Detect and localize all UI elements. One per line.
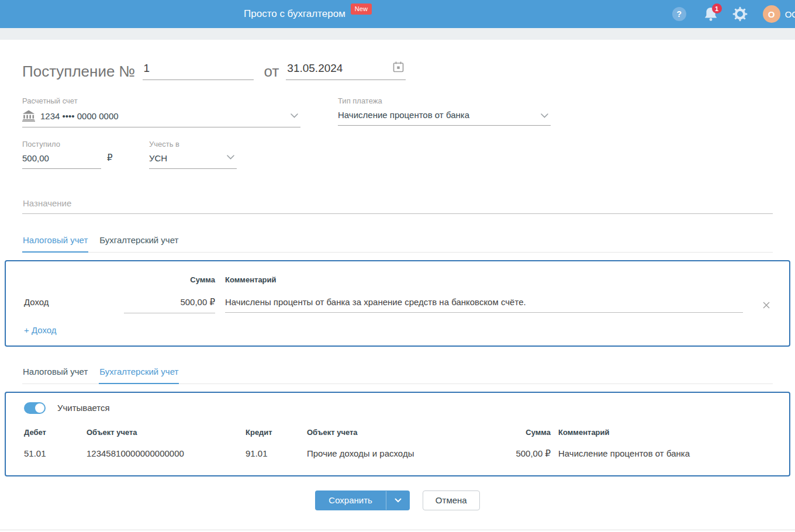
close-icon — [762, 300, 771, 310]
accounting-section-tabs: Налоговый учет Бухгалтерский учет — [22, 367, 773, 384]
table-row: Доход — [24, 297, 780, 313]
main-content: Поступление № от Расчетный счет — [0, 62, 795, 510]
settings-gear-icon[interactable] — [732, 6, 748, 22]
payment-type-field[interactable]: Тип платежа Начисление процентов от банк… — [338, 96, 551, 127]
date-preposition-label: от — [264, 63, 279, 80]
header-credit: Кредит — [246, 428, 307, 437]
new-badge: New — [351, 4, 372, 15]
tab-tax-accounting[interactable]: Налоговый учет — [22, 367, 88, 384]
chevron-down-icon[interactable] — [291, 110, 298, 120]
page-title: Поступление № — [22, 63, 136, 80]
tax-section-tabs: Налоговый учет Бухгалтерский учет — [22, 235, 773, 253]
tax-mode-label: Учесть в — [149, 140, 237, 148]
received-amount-input[interactable] — [22, 152, 101, 169]
avatar-initial: О — [768, 9, 775, 19]
document-title-row: Поступление № от — [22, 62, 773, 80]
ruble-sign: ₽ — [107, 153, 113, 169]
settlement-account-value: 1234 •••• 0000 0000 — [40, 111, 119, 121]
header-comment: Комментарий — [551, 428, 780, 437]
chevron-down-icon[interactable] — [541, 110, 548, 120]
toggle-knob — [35, 403, 44, 413]
header-credit-object: Объект учета — [307, 428, 506, 437]
document-date-field — [286, 62, 406, 80]
cancel-button[interactable]: Отмена — [423, 490, 480, 510]
credit-account: 91.01 — [246, 448, 307, 458]
tax-mode-value: УСН — [149, 153, 167, 163]
tax-header-comment: Комментарий — [225, 275, 743, 284]
footer-actions: Сохранить Отмена — [22, 490, 773, 510]
save-button-group: Сохранить — [315, 490, 410, 510]
account-name[interactable]: ОО — [785, 9, 795, 19]
purpose-field — [22, 198, 773, 214]
credit-object: Прочие доходы и расходы — [307, 448, 506, 458]
save-options-dropdown[interactable] — [386, 490, 410, 510]
bookkeeping-box: Учитывается Дебет Объект учета Кредит Об… — [5, 392, 790, 476]
document-date-input[interactable] — [286, 62, 406, 80]
header-debit: Дебет — [24, 428, 87, 437]
add-income-link[interactable]: + Доход — [24, 325, 57, 335]
notification-count-badge: 1 — [712, 4, 722, 13]
settlement-account-label: Расчетный счет — [22, 96, 300, 105]
bank-icon — [22, 110, 35, 122]
notifications-bell-icon[interactable]: 1 — [703, 6, 718, 22]
gear-icon — [732, 6, 748, 22]
top-app-bar: Просто с бухгалтером New ? 1 — [0, 0, 795, 28]
accounted-toggle[interactable] — [24, 402, 46, 414]
app-title: Просто с бухгалтером — [244, 8, 345, 20]
accounted-toggle-label: Учитывается — [57, 403, 110, 413]
help-question-glyph: ? — [672, 7, 686, 21]
income-amount-input[interactable] — [124, 298, 215, 313]
header-debit-object: Объект учета — [87, 428, 246, 437]
received-amount-label: Поступило — [22, 140, 101, 148]
subheader-strip — [0, 28, 795, 40]
header-amount: Сумма — [506, 428, 551, 437]
bottom-divider — [0, 530, 795, 530]
toggle-row: Учитывается — [24, 402, 780, 414]
received-amount-field: Поступило — [22, 140, 101, 169]
received-amount-group: Поступило ₽ — [22, 140, 149, 169]
debit-object: 12345810000000000000 — [87, 448, 246, 458]
tax-mode-field[interactable]: Учесть в УСН — [149, 140, 237, 169]
payment-type-value: Начисление процентов от банка — [338, 110, 469, 120]
tax-accounting-box: Сумма Комментарий Доход + Доход — [5, 260, 790, 347]
fields-row-2: Поступило ₽ Учесть в УСН — [22, 140, 773, 169]
table-row: 51.01 12345810000000000000 91.01 Прочие … — [24, 448, 780, 459]
user-avatar[interactable]: О — [763, 5, 780, 23]
help-icon[interactable]: ? — [672, 7, 686, 21]
tab-bookkeeping[interactable]: Бухгалтерский учет — [99, 235, 179, 253]
entry-comment: Начисление процентов от банка — [551, 448, 780, 458]
chevron-down-icon — [395, 498, 402, 503]
chevron-down-icon[interactable] — [227, 151, 234, 162]
tab-bookkeeping[interactable]: Бухгалтерский учет — [99, 367, 179, 384]
debit-account: 51.01 — [24, 448, 87, 458]
accounting-table-header: Дебет Объект учета Кредит Объект учета С… — [24, 428, 780, 437]
tax-header-amount: Сумма — [124, 275, 215, 284]
payment-type-label: Тип платежа — [338, 96, 551, 105]
settlement-account-field[interactable]: Расчетный счет 1234 •••• 0000 0000 — [22, 96, 300, 127]
app-title-wrap: Просто с бухгалтером New — [244, 0, 372, 28]
fields-row-1: Расчетный счет 1234 •••• 0000 0000 — [22, 96, 773, 127]
income-comment-input[interactable] — [225, 297, 743, 313]
entry-amount: 500,00 ₽ — [506, 448, 551, 459]
income-row-type: Доход — [24, 297, 114, 312]
purpose-input[interactable] — [22, 198, 773, 214]
tax-table-header: Сумма Комментарий — [24, 275, 780, 284]
calendar-icon[interactable] — [392, 61, 405, 75]
tab-tax-accounting[interactable]: Налоговый учет — [22, 235, 88, 253]
remove-row-button[interactable] — [753, 300, 780, 310]
topbar-icons: ? 1 — [672, 0, 795, 28]
save-button[interactable]: Сохранить — [315, 490, 386, 510]
document-number-input[interactable] — [143, 62, 254, 80]
